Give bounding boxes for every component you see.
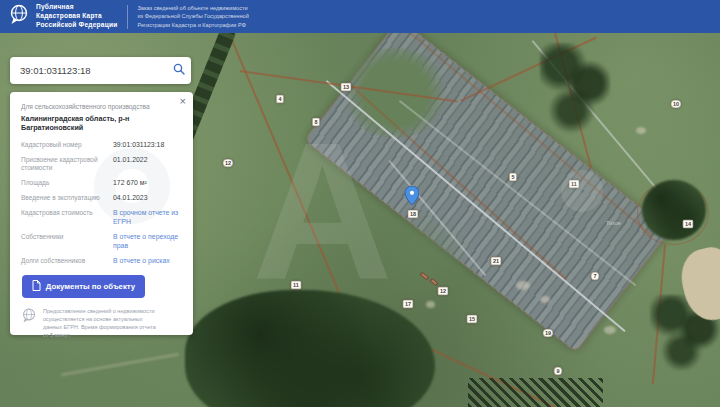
row-value: 172 670 м² xyxy=(113,179,182,188)
panel-row: Площадь172 670 м² xyxy=(21,179,182,188)
parcel-number-badge[interactable]: 19 xyxy=(542,329,553,338)
parcel-number-badge[interactable]: 18 xyxy=(407,210,418,219)
panel-row: Введение в эксплуатацию04.01.2023 xyxy=(21,194,182,203)
brand: ПубличнаяКадастровая КартаРоссийской Фед… xyxy=(0,3,117,31)
parcel-number-badge[interactable]: 10 xyxy=(670,100,681,109)
parcel-number-badge[interactable]: 7 xyxy=(591,272,600,281)
search-icon xyxy=(173,63,185,78)
map-texture xyxy=(61,353,180,377)
header-text-line: из Федеральной Службы Государственной xyxy=(137,12,248,20)
parcel-number-badge[interactable]: 11 xyxy=(291,281,302,290)
doc-button-label: Документы по объекту xyxy=(46,282,135,291)
row-label: Кадастровый номер xyxy=(21,141,113,150)
row-label: Присвоение кадастровой стоимости xyxy=(21,156,113,173)
row-label: Введение в эксплуатацию xyxy=(21,194,113,203)
document-icon xyxy=(32,280,41,293)
header-text-line: Кадастровая Карта xyxy=(36,12,117,21)
brand-title: ПубличнаяКадастровая КартаРоссийской Фед… xyxy=(36,3,117,30)
header-text-line: Регистрации Кадастра и Картографии РФ xyxy=(137,21,248,29)
object-category: Для сельскохозяйственного производства xyxy=(21,103,182,110)
row-value: 39:01:031123:18 xyxy=(113,141,182,150)
parcel-number-badge[interactable]: 11 xyxy=(569,180,580,189)
parcel-number-badge[interactable]: 4 xyxy=(276,95,284,104)
header-text-line: Публичная xyxy=(36,3,117,12)
search-input[interactable] xyxy=(10,65,167,76)
panel-footer-note: Предоставление сведений о недвижимости о… xyxy=(43,307,161,340)
app-window: Тихое 41381251118211410711171215199 Публ… xyxy=(0,0,720,407)
parcel-number-badge[interactable]: 21 xyxy=(490,257,501,266)
parcel-number-badge[interactable]: 9 xyxy=(554,367,563,376)
map-texture xyxy=(636,127,646,134)
object-info-panel: × Для сельскохозяйственного производства… xyxy=(10,92,193,335)
panel-rows: Кадастровый номер39:01:031123:18Присвоен… xyxy=(21,141,182,266)
parcel-number-badge[interactable]: 14 xyxy=(682,220,693,229)
trees xyxy=(540,43,610,133)
search-bar xyxy=(10,57,191,84)
map-pin-globe-logo-icon xyxy=(8,3,30,31)
row-value-link[interactable]: В отчете о переходе прав xyxy=(113,233,182,251)
row-value-link[interactable]: В срочном отчете из ЕГРН xyxy=(113,209,182,227)
row-label: Собственники xyxy=(21,233,113,251)
map-texture xyxy=(540,296,550,303)
forest xyxy=(642,180,706,240)
location-pin-icon xyxy=(405,186,419,210)
parcel-number-badge[interactable]: 5 xyxy=(509,173,517,182)
map-place-label: Тихое xyxy=(606,220,621,226)
row-value-link[interactable]: В отчете о рисках xyxy=(113,257,182,266)
row-label: Долги собственников xyxy=(21,257,113,266)
parcel-number-badge[interactable]: 12 xyxy=(222,159,233,168)
panel-footer: Предоставление сведений о недвижимости о… xyxy=(21,307,182,340)
forest xyxy=(185,290,435,407)
map-pin-globe-outline-icon xyxy=(21,307,37,329)
object-title: Калининградская область, р-н Багратионов… xyxy=(21,114,182,132)
panel-row: Долги собственниковВ отчете о рисках xyxy=(21,257,182,266)
app-header: ПубличнаяКадастровая КартаРоссийской Фед… xyxy=(0,0,720,33)
panel-row: Кадастровый номер39:01:031123:18 xyxy=(21,141,182,150)
row-value: 01.01.2022 xyxy=(113,156,182,173)
panel-row: Присвоение кадастровой стоимости01.01.20… xyxy=(21,156,182,173)
object-documents-button[interactable]: Документы по объекту xyxy=(22,275,145,298)
row-value: 04.01.2023 xyxy=(113,194,182,203)
header-tagline: Заказ сведений об объекте недвижимостииз… xyxy=(137,4,248,29)
map-texture xyxy=(372,208,472,308)
row-label: Площадь xyxy=(21,179,113,188)
map-texture xyxy=(516,281,530,290)
map-texture xyxy=(604,326,616,334)
header-divider xyxy=(127,5,128,29)
parcel-number-badge[interactable]: 15 xyxy=(466,315,477,324)
search-button[interactable] xyxy=(167,57,191,84)
crop-rows xyxy=(468,378,603,407)
parcel-number-badge[interactable]: 8 xyxy=(312,118,320,127)
parcel-number-badge[interactable]: 12 xyxy=(437,287,448,296)
panel-row: СобственникиВ отчете о переходе прав xyxy=(21,233,182,251)
cadastral-boundary xyxy=(229,33,348,310)
parcel-number-badge[interactable]: 13 xyxy=(340,83,351,92)
close-icon[interactable]: × xyxy=(180,96,186,107)
map-texture xyxy=(426,301,435,308)
header-text-line: Российской Федерации xyxy=(36,21,117,30)
header-text-line: Заказ сведений об объекте недвижимости xyxy=(137,4,248,12)
row-label: Кадастровая стоимость xyxy=(21,209,113,227)
panel-row: Кадастровая стоимостьВ срочном отчете из… xyxy=(21,209,182,227)
parcel-number-badge[interactable]: 17 xyxy=(402,300,413,309)
